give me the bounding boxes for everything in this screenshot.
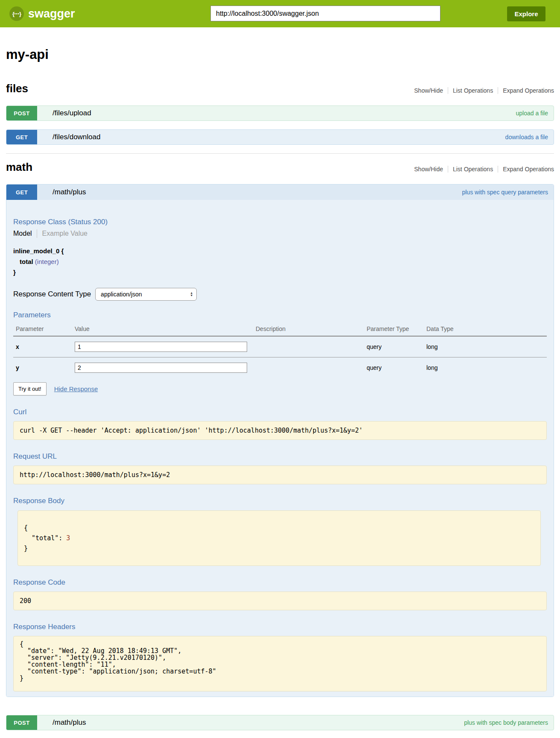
- explore-button[interactable]: Explore: [507, 6, 545, 21]
- expand-operations-link-files[interactable]: Expand Operations: [498, 87, 554, 94]
- section-head-math: math Show/Hide List Operations Expand Op…: [6, 161, 554, 174]
- swagger-logo-icon: {⋯}: [9, 6, 24, 21]
- json-colon: :: [58, 534, 66, 542]
- tab-model[interactable]: Model: [13, 230, 37, 237]
- operation-get-math-plus: GET /math/plus plus with spec query para…: [6, 184, 554, 697]
- parameters-heading: Parameters: [13, 311, 547, 319]
- param-name: x: [13, 336, 72, 357]
- response-content-type-label: Response Content Type: [13, 290, 91, 299]
- response-code-box: 200: [13, 592, 547, 610]
- model-property-type: (integer): [35, 258, 59, 265]
- curl-heading: Curl: [13, 408, 547, 416]
- model-property-name: total: [20, 258, 33, 265]
- model-tabs: Model Example Value: [13, 229, 547, 238]
- hide-response-link[interactable]: Hide Response: [54, 385, 98, 392]
- operation-get-math-plus-header[interactable]: GET /math/plus plus with spec query para…: [6, 184, 554, 200]
- param-data-type: long: [424, 336, 547, 357]
- param-name: y: [13, 357, 72, 378]
- expand-operations-link-math[interactable]: Expand Operations: [498, 166, 554, 173]
- response-content-type-select[interactable]: application/json ▲▼: [95, 288, 197, 301]
- section-head-files: files Show/Hide List Operations Expand O…: [6, 82, 554, 95]
- operation-post-files-upload[interactable]: POST /files/upload upload a file: [6, 105, 554, 121]
- parameters-table: Parameter Value Description Parameter Ty…: [13, 323, 547, 378]
- response-content-type-selected: application/json: [101, 291, 142, 298]
- response-headers-heading: Response Headers: [13, 623, 547, 631]
- model-close-brace: }: [13, 267, 547, 278]
- show-hide-link-math[interactable]: Show/Hide: [409, 166, 448, 173]
- json-brace: {: [24, 524, 32, 542]
- param-value-input-x[interactable]: [75, 342, 247, 352]
- param-value-input-y[interactable]: [75, 363, 247, 373]
- param-description: [253, 336, 364, 357]
- api-url-input[interactable]: [210, 6, 440, 21]
- json-brace: }: [24, 545, 28, 552]
- try-row: Try it out! Hide Response: [13, 382, 547, 395]
- json-key: "total": [32, 534, 58, 542]
- operation-summary-link[interactable]: downloads a file: [505, 134, 548, 141]
- section-divider: [6, 153, 554, 154]
- param-row-x: x query long: [13, 336, 547, 357]
- param-description: [253, 357, 364, 378]
- try-it-out-button[interactable]: Try it out!: [13, 382, 47, 395]
- operation-path: /files/download: [52, 133, 100, 141]
- col-parameter-type: Parameter Type: [364, 323, 424, 336]
- operation-summary-link[interactable]: plus with spec body parameters: [464, 719, 548, 726]
- section-title-math: math: [6, 161, 32, 174]
- operation-summary-link[interactable]: upload a file: [516, 110, 548, 117]
- param-data-type: long: [424, 357, 547, 378]
- request-url-heading: Request URL: [13, 452, 547, 461]
- col-value: Value: [72, 323, 253, 336]
- operation-path: /math/plus: [52, 718, 86, 727]
- method-badge-get: GET: [6, 130, 37, 144]
- list-operations-link-files[interactable]: List Operations: [448, 87, 498, 94]
- section-links-files: Show/Hide List Operations Expand Operati…: [409, 87, 554, 95]
- response-headers-box: { "date": "Wed, 22 Aug 2018 18:49:13 GMT…: [13, 636, 547, 691]
- response-class-heading: Response Class (Status 200): [13, 218, 547, 226]
- swagger-brand: {⋯} swagger: [9, 6, 75, 21]
- select-arrows-icon: ▲▼: [190, 292, 193, 297]
- method-badge-get: GET: [6, 184, 37, 200]
- model-definition: inline_model_0 { total (integer) }: [13, 246, 547, 278]
- page-title: my-api: [6, 27, 554, 62]
- curl-command-box: curl -X GET --header 'Accept: applicatio…: [13, 421, 547, 440]
- operation-post-math-plus[interactable]: POST /math/plus plus with spec body para…: [6, 715, 554, 730]
- response-body-box: { "total": 3 }: [18, 510, 541, 566]
- operation-path: /math/plus: [52, 188, 86, 196]
- section-title-files: files: [6, 82, 28, 95]
- parameters-header-row: Parameter Value Description Parameter Ty…: [13, 323, 547, 336]
- request-url-box: http://localhost:3000/math/plus?x=1&y=2: [13, 466, 547, 484]
- col-description: Description: [253, 323, 364, 336]
- brand-text: swagger: [28, 7, 75, 20]
- param-type: query: [364, 357, 424, 378]
- json-number-value: 3: [66, 534, 70, 542]
- response-body-heading: Response Body: [13, 497, 547, 505]
- header: {⋯} swagger Explore: [0, 0, 560, 27]
- show-hide-link-files[interactable]: Show/Hide: [409, 87, 448, 94]
- param-row-y: y query long: [13, 357, 547, 378]
- section-links-math: Show/Hide List Operations Expand Operati…: [409, 166, 554, 174]
- col-data-type: Data Type: [424, 323, 547, 336]
- response-content-type-row: Response Content Type application/json ▲…: [13, 288, 547, 301]
- param-type: query: [364, 336, 424, 357]
- model-title: inline_model_0 {: [13, 246, 547, 256]
- operation-summary-link[interactable]: plus with spec query parameters: [462, 189, 548, 196]
- operation-detail-panel: Response Class (Status 200) Model Exampl…: [6, 200, 554, 697]
- method-badge-post: POST: [6, 106, 37, 120]
- response-code-heading: Response Code: [13, 578, 547, 587]
- operation-path: /files/upload: [52, 109, 91, 117]
- page-content: my-api files Show/Hide List Operations E…: [6, 27, 554, 738]
- tab-example-value[interactable]: Example Value: [37, 230, 88, 237]
- method-badge-post: POST: [6, 715, 37, 730]
- model-property: total (integer): [13, 256, 547, 267]
- list-operations-link-math[interactable]: List Operations: [448, 166, 498, 173]
- operation-get-files-download[interactable]: GET /files/download downloads a file: [6, 129, 554, 145]
- col-parameter: Parameter: [13, 323, 72, 336]
